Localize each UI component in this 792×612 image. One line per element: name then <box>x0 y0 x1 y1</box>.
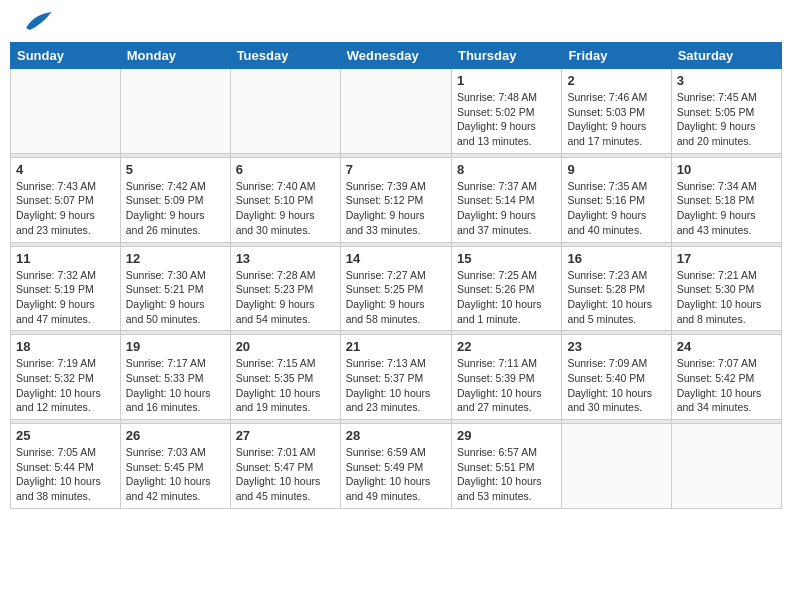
table-row <box>671 424 781 509</box>
day-info: Sunrise: 7:48 AM Sunset: 5:02 PM Dayligh… <box>457 90 556 149</box>
calendar-week-1: 1Sunrise: 7:48 AM Sunset: 5:02 PM Daylig… <box>11 69 782 154</box>
day-info: Sunrise: 7:34 AM Sunset: 5:18 PM Dayligh… <box>677 179 776 238</box>
table-row: 21Sunrise: 7:13 AM Sunset: 5:37 PM Dayli… <box>340 335 451 420</box>
table-row: 29Sunrise: 6:57 AM Sunset: 5:51 PM Dayli… <box>451 424 561 509</box>
day-info: Sunrise: 7:03 AM Sunset: 5:45 PM Dayligh… <box>126 445 225 504</box>
day-header-tuesday: Tuesday <box>230 43 340 69</box>
day-number: 26 <box>126 428 225 443</box>
table-row: 8Sunrise: 7:37 AM Sunset: 5:14 PM Daylig… <box>451 157 561 242</box>
day-number: 1 <box>457 73 556 88</box>
day-number: 11 <box>16 251 115 266</box>
table-row: 15Sunrise: 7:25 AM Sunset: 5:26 PM Dayli… <box>451 246 561 331</box>
day-header-wednesday: Wednesday <box>340 43 451 69</box>
table-row: 5Sunrise: 7:42 AM Sunset: 5:09 PM Daylig… <box>120 157 230 242</box>
day-number: 25 <box>16 428 115 443</box>
day-header-friday: Friday <box>562 43 671 69</box>
table-row: 20Sunrise: 7:15 AM Sunset: 5:35 PM Dayli… <box>230 335 340 420</box>
day-info: Sunrise: 7:37 AM Sunset: 5:14 PM Dayligh… <box>457 179 556 238</box>
table-row: 18Sunrise: 7:19 AM Sunset: 5:32 PM Dayli… <box>11 335 121 420</box>
table-row: 11Sunrise: 7:32 AM Sunset: 5:19 PM Dayli… <box>11 246 121 331</box>
table-row: 2Sunrise: 7:46 AM Sunset: 5:03 PM Daylig… <box>562 69 671 154</box>
day-number: 24 <box>677 339 776 354</box>
day-info: Sunrise: 7:19 AM Sunset: 5:32 PM Dayligh… <box>16 356 115 415</box>
calendar-header-row: SundayMondayTuesdayWednesdayThursdayFrid… <box>11 43 782 69</box>
day-number: 15 <box>457 251 556 266</box>
table-row <box>11 69 121 154</box>
table-row: 17Sunrise: 7:21 AM Sunset: 5:30 PM Dayli… <box>671 246 781 331</box>
day-info: Sunrise: 7:15 AM Sunset: 5:35 PM Dayligh… <box>236 356 335 415</box>
day-info: Sunrise: 7:42 AM Sunset: 5:09 PM Dayligh… <box>126 179 225 238</box>
table-row <box>120 69 230 154</box>
day-header-thursday: Thursday <box>451 43 561 69</box>
table-row: 9Sunrise: 7:35 AM Sunset: 5:16 PM Daylig… <box>562 157 671 242</box>
day-number: 21 <box>346 339 446 354</box>
table-row: 28Sunrise: 6:59 AM Sunset: 5:49 PM Dayli… <box>340 424 451 509</box>
day-info: Sunrise: 7:30 AM Sunset: 5:21 PM Dayligh… <box>126 268 225 327</box>
day-number: 10 <box>677 162 776 177</box>
day-number: 22 <box>457 339 556 354</box>
day-info: Sunrise: 7:35 AM Sunset: 5:16 PM Dayligh… <box>567 179 665 238</box>
day-info: Sunrise: 7:09 AM Sunset: 5:40 PM Dayligh… <box>567 356 665 415</box>
table-row: 24Sunrise: 7:07 AM Sunset: 5:42 PM Dayli… <box>671 335 781 420</box>
day-number: 20 <box>236 339 335 354</box>
table-row: 14Sunrise: 7:27 AM Sunset: 5:25 PM Dayli… <box>340 246 451 331</box>
day-number: 29 <box>457 428 556 443</box>
day-number: 4 <box>16 162 115 177</box>
day-number: 7 <box>346 162 446 177</box>
day-info: Sunrise: 7:43 AM Sunset: 5:07 PM Dayligh… <box>16 179 115 238</box>
day-number: 17 <box>677 251 776 266</box>
logo-bird-icon <box>16 10 52 34</box>
day-info: Sunrise: 7:17 AM Sunset: 5:33 PM Dayligh… <box>126 356 225 415</box>
table-row: 22Sunrise: 7:11 AM Sunset: 5:39 PM Dayli… <box>451 335 561 420</box>
day-number: 2 <box>567 73 665 88</box>
table-row: 25Sunrise: 7:05 AM Sunset: 5:44 PM Dayli… <box>11 424 121 509</box>
table-row: 4Sunrise: 7:43 AM Sunset: 5:07 PM Daylig… <box>11 157 121 242</box>
day-number: 9 <box>567 162 665 177</box>
table-row: 10Sunrise: 7:34 AM Sunset: 5:18 PM Dayli… <box>671 157 781 242</box>
table-row <box>340 69 451 154</box>
table-row: 12Sunrise: 7:30 AM Sunset: 5:21 PM Dayli… <box>120 246 230 331</box>
day-info: Sunrise: 7:05 AM Sunset: 5:44 PM Dayligh… <box>16 445 115 504</box>
day-info: Sunrise: 7:28 AM Sunset: 5:23 PM Dayligh… <box>236 268 335 327</box>
table-row: 3Sunrise: 7:45 AM Sunset: 5:05 PM Daylig… <box>671 69 781 154</box>
table-row <box>562 424 671 509</box>
day-number: 14 <box>346 251 446 266</box>
day-number: 18 <box>16 339 115 354</box>
day-info: Sunrise: 7:32 AM Sunset: 5:19 PM Dayligh… <box>16 268 115 327</box>
day-number: 13 <box>236 251 335 266</box>
day-number: 28 <box>346 428 446 443</box>
table-row: 13Sunrise: 7:28 AM Sunset: 5:23 PM Dayli… <box>230 246 340 331</box>
day-number: 16 <box>567 251 665 266</box>
day-number: 5 <box>126 162 225 177</box>
day-info: Sunrise: 7:07 AM Sunset: 5:42 PM Dayligh… <box>677 356 776 415</box>
day-info: Sunrise: 7:23 AM Sunset: 5:28 PM Dayligh… <box>567 268 665 327</box>
day-info: Sunrise: 7:39 AM Sunset: 5:12 PM Dayligh… <box>346 179 446 238</box>
table-row: 23Sunrise: 7:09 AM Sunset: 5:40 PM Dayli… <box>562 335 671 420</box>
day-info: Sunrise: 7:46 AM Sunset: 5:03 PM Dayligh… <box>567 90 665 149</box>
table-row: 26Sunrise: 7:03 AM Sunset: 5:45 PM Dayli… <box>120 424 230 509</box>
table-row: 19Sunrise: 7:17 AM Sunset: 5:33 PM Dayli… <box>120 335 230 420</box>
day-info: Sunrise: 6:57 AM Sunset: 5:51 PM Dayligh… <box>457 445 556 504</box>
day-header-monday: Monday <box>120 43 230 69</box>
day-number: 6 <box>236 162 335 177</box>
day-info: Sunrise: 7:40 AM Sunset: 5:10 PM Dayligh… <box>236 179 335 238</box>
table-row: 7Sunrise: 7:39 AM Sunset: 5:12 PM Daylig… <box>340 157 451 242</box>
day-number: 12 <box>126 251 225 266</box>
day-info: Sunrise: 6:59 AM Sunset: 5:49 PM Dayligh… <box>346 445 446 504</box>
calendar-week-2: 4Sunrise: 7:43 AM Sunset: 5:07 PM Daylig… <box>11 157 782 242</box>
logo <box>14 10 52 34</box>
day-number: 3 <box>677 73 776 88</box>
day-info: Sunrise: 7:01 AM Sunset: 5:47 PM Dayligh… <box>236 445 335 504</box>
day-header-saturday: Saturday <box>671 43 781 69</box>
calendar-week-4: 18Sunrise: 7:19 AM Sunset: 5:32 PM Dayli… <box>11 335 782 420</box>
day-info: Sunrise: 7:45 AM Sunset: 5:05 PM Dayligh… <box>677 90 776 149</box>
calendar-week-3: 11Sunrise: 7:32 AM Sunset: 5:19 PM Dayli… <box>11 246 782 331</box>
calendar-week-5: 25Sunrise: 7:05 AM Sunset: 5:44 PM Dayli… <box>11 424 782 509</box>
table-row: 6Sunrise: 7:40 AM Sunset: 5:10 PM Daylig… <box>230 157 340 242</box>
table-row: 1Sunrise: 7:48 AM Sunset: 5:02 PM Daylig… <box>451 69 561 154</box>
day-number: 19 <box>126 339 225 354</box>
table-row <box>230 69 340 154</box>
day-info: Sunrise: 7:13 AM Sunset: 5:37 PM Dayligh… <box>346 356 446 415</box>
day-number: 23 <box>567 339 665 354</box>
day-header-sunday: Sunday <box>11 43 121 69</box>
